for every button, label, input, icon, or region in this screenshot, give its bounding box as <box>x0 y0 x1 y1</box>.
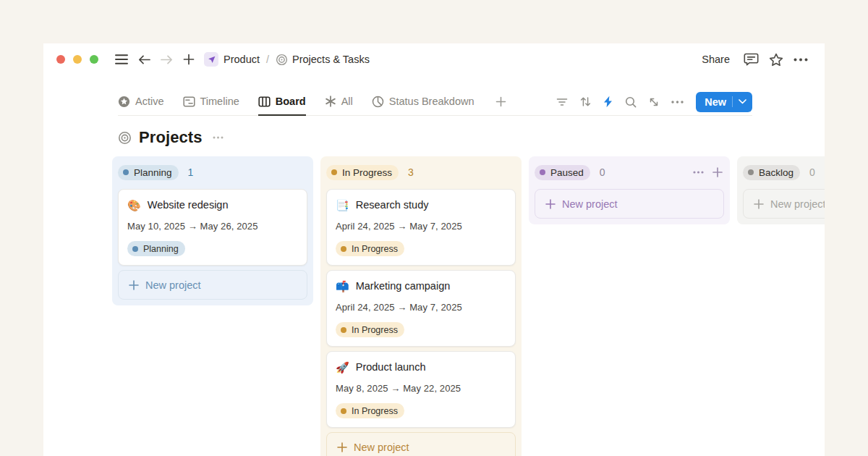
new-project-button[interactable]: New project <box>535 189 724 219</box>
page-header: Projects <box>118 127 752 148</box>
status-group-label: Backlog <box>759 167 793 178</box>
status-badge: Planning <box>127 241 185 256</box>
status-dot <box>132 246 138 252</box>
share-button[interactable]: Share <box>702 54 730 65</box>
sidebar-toggle-button[interactable] <box>115 54 128 64</box>
search-icon <box>625 96 637 108</box>
zoom-window-button[interactable] <box>90 55 98 64</box>
tab-label: Timeline <box>200 96 239 107</box>
status-group-label: Planning <box>134 167 172 178</box>
breadcrumb-workspace[interactable]: Product <box>224 54 260 65</box>
card-date-range: April 24, 2025 → May 7, 2025 <box>336 221 506 232</box>
plus-icon <box>337 442 347 452</box>
column-count: 1 <box>188 166 194 178</box>
page-title: Projects <box>139 128 203 147</box>
ellipsis-icon <box>693 171 704 174</box>
close-window-button[interactable] <box>56 55 65 64</box>
status-dot <box>540 169 545 175</box>
status-dot <box>748 169 754 175</box>
card-date-range: May 8, 2025 → May 22, 2025 <box>336 383 506 394</box>
filter-button[interactable] <box>556 98 568 106</box>
timeline-icon <box>183 96 195 108</box>
new-project-label: New project <box>354 442 409 453</box>
board-column-backlog: Backlog 0 New project <box>737 156 825 224</box>
column-controls <box>693 167 723 177</box>
forward-button[interactable] <box>161 54 173 65</box>
project-card[interactable]: 🎨 Website redesign May 10, 2025 → May 26… <box>118 189 307 266</box>
new-tab-button[interactable] <box>183 54 195 65</box>
diagonal-expand-icon <box>649 97 659 107</box>
target-icon <box>276 54 288 66</box>
card-emoji: 📑 <box>336 200 349 211</box>
status-group-pill[interactable]: Backlog <box>743 165 800 180</box>
tab-label: Status Breakdown <box>389 96 475 107</box>
tab-board[interactable]: Board <box>258 89 306 116</box>
new-button-label: New <box>705 96 726 108</box>
more-options-button[interactable] <box>793 58 808 62</box>
target-icon <box>118 131 132 145</box>
window-controls <box>56 55 98 64</box>
tab-status-breakdown[interactable]: Status Breakdown <box>372 89 475 116</box>
status-badge: In Progress <box>336 322 404 337</box>
new-project-button[interactable]: New project <box>743 189 825 219</box>
breadcrumb-page-label: Projects & Tasks <box>292 54 370 65</box>
column-header: Paused 0 <box>535 165 723 180</box>
breadcrumb-page[interactable]: Projects & Tasks <box>276 54 370 66</box>
status-group-pill[interactable]: In Progress <box>326 165 399 180</box>
favorite-button[interactable] <box>769 53 783 67</box>
status-badge: In Progress <box>336 241 404 256</box>
ellipsis-icon <box>793 58 808 62</box>
status-badge-label: In Progress <box>352 325 398 335</box>
add-view-button[interactable] <box>495 96 506 107</box>
comments-button[interactable] <box>744 53 759 67</box>
automations-button[interactable] <box>603 96 613 108</box>
back-button[interactable] <box>138 54 150 65</box>
project-card[interactable]: 📑 Research study April 24, 2025 → May 7,… <box>326 189 516 266</box>
arrow-right-icon <box>161 54 173 65</box>
workspace-logo[interactable] <box>204 52 218 67</box>
column-count: 0 <box>600 166 605 178</box>
tab-all[interactable]: All <box>325 89 353 116</box>
card-title-row: 📑 Research study <box>336 199 506 211</box>
notion-window: Product / Projects & Tasks Share Active <box>43 43 825 456</box>
chevron-down-icon <box>739 99 746 104</box>
board-column-in-progress: In Progress 3 📑 Research study April 24,… <box>320 156 522 456</box>
tab-label: Board <box>276 96 306 107</box>
new-project-button[interactable]: New project <box>326 432 516 456</box>
lightning-icon <box>603 96 613 108</box>
column-header: Backlog 0 <box>743 165 825 180</box>
status-group-pill[interactable]: Planning <box>118 165 179 180</box>
sort-icon <box>580 96 591 107</box>
window-titlebar: Product / Projects & Tasks Share <box>43 43 825 75</box>
card-name: Product launch <box>356 361 426 373</box>
new-project-button[interactable]: New project <box>118 270 307 300</box>
tab-label: Active <box>135 96 164 107</box>
new-project-label: New project <box>562 198 618 210</box>
page-title-menu-button[interactable] <box>213 136 224 139</box>
column-menu-button[interactable] <box>693 171 704 174</box>
minimize-window-button[interactable] <box>73 55 82 64</box>
card-emoji: 🎨 <box>127 200 141 211</box>
plus-icon <box>129 280 139 290</box>
board-column-paused: Paused 0 New project <box>529 156 730 224</box>
plus-icon <box>545 199 556 209</box>
project-card[interactable]: 📫 Marketing campaign April 24, 2025 → Ma… <box>326 270 516 347</box>
search-button[interactable] <box>625 96 637 108</box>
new-button[interactable]: New <box>696 92 752 112</box>
status-group-label: In Progress <box>342 167 392 178</box>
card-name: Research study <box>356 199 429 211</box>
column-add-button[interactable] <box>712 167 723 177</box>
breadcrumb: Product / Projects & Tasks <box>204 52 370 67</box>
plus-icon <box>712 167 723 177</box>
sort-button[interactable] <box>580 96 591 107</box>
arrow-left-icon <box>138 54 150 65</box>
project-card[interactable]: 🚀 Product launch May 8, 2025 → May 22, 2… <box>326 351 516 428</box>
tab-timeline[interactable]: Timeline <box>183 89 239 116</box>
card-title-row: 🚀 Product launch <box>336 361 506 373</box>
tab-active[interactable]: Active <box>118 89 164 116</box>
hamburger-icon <box>115 54 128 64</box>
view-more-button[interactable] <box>671 101 684 104</box>
new-project-label: New project <box>770 198 825 210</box>
expand-button[interactable] <box>649 97 659 107</box>
status-group-pill[interactable]: Paused <box>535 165 590 180</box>
